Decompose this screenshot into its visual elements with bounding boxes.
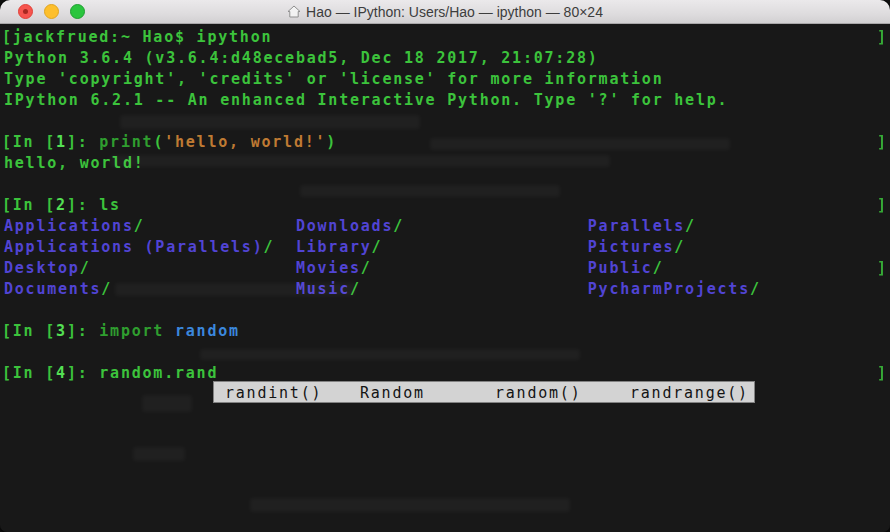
terminal-text <box>274 238 296 256</box>
terminal-text: ls <box>99 196 121 214</box>
close-button[interactable] <box>18 4 33 19</box>
terminal-text: jackfrued:~ Hao$ ipython <box>13 28 272 46</box>
terminal-text: Movies <box>296 259 361 277</box>
zoom-button[interactable] <box>70 4 85 19</box>
terminal-line <box>4 342 890 363</box>
terminal-line: hello, world! <box>4 153 890 174</box>
terminal-text: 2 <box>56 196 67 214</box>
terminal-screen[interactable]: [jackfrued:~ Hao$ ipythonPython 3.6.4 (v… <box>0 24 890 532</box>
terminal-text <box>361 280 588 298</box>
terminal-text: ) <box>326 133 337 151</box>
terminal-text: Python 3.6.4 (v3.6.4:d48ecebad5, Dec 18 … <box>4 49 599 67</box>
terminal-text: / <box>653 259 664 277</box>
completion-item[interactable]: Random <box>349 382 484 402</box>
terminal-text: / <box>80 259 91 277</box>
window-title: Hao — IPython: Users/Hao — ipython — 80×… <box>306 4 603 20</box>
edge-bracket-mark: ] <box>877 258 890 279</box>
terminal-line: IPython 6.2.1 -- An enhanced Interactive… <box>4 90 890 111</box>
titlebar[interactable]: Hao — IPython: Users/Hao — ipython — 80×… <box>0 0 890 24</box>
terminal-line: [jackfrued:~ Hao$ ipython <box>4 27 890 48</box>
terminal-text: / <box>372 238 383 256</box>
terminal-text: [ <box>2 27 13 48</box>
terminal-text: / <box>134 217 145 235</box>
edge-bracket-mark: ] <box>877 132 890 153</box>
terminal-text: 1 <box>56 133 67 151</box>
terminal-line: Documents/ Music/ PycharmProjects/ <box>4 279 890 300</box>
title-group: Hao — IPython: Users/Hao — ipython — 80×… <box>287 4 603 20</box>
terminal-text: [ <box>2 321 13 342</box>
terminal-text: PycharmProjects <box>588 280 750 298</box>
terminal-text <box>91 259 296 277</box>
terminal-text: IPython 6.2.1 -- An enhanced Interactive… <box>4 91 728 109</box>
terminal-line <box>4 300 890 321</box>
terminal-text <box>382 238 587 256</box>
terminal-text: Music <box>296 280 350 298</box>
terminal-text: In [ <box>13 133 56 151</box>
terminal-text: Public <box>588 259 653 277</box>
terminal-text: ]: <box>67 196 99 214</box>
ghost-artifact <box>133 447 185 461</box>
terminal-text <box>112 280 296 298</box>
terminal-text: / <box>393 217 404 235</box>
edge-bracket-mark: ] <box>877 363 890 384</box>
unsaved-dot-icon <box>23 9 28 14</box>
terminal-text <box>145 217 296 235</box>
terminal-text: / <box>350 280 361 298</box>
terminal-text: 'hello, world!' <box>164 133 326 151</box>
terminal-text: Parallels <box>588 217 685 235</box>
terminal-line: Applications (Parallels)/ Library/ Pictu… <box>4 237 890 258</box>
terminal-line: Type 'copyright', 'credits' or 'license'… <box>4 69 890 90</box>
terminal-text: [ <box>2 195 13 216</box>
terminal-text: Applications (Parallels) <box>4 238 263 256</box>
terminal-text: random <box>175 322 240 340</box>
terminal-text: In [ <box>13 364 56 382</box>
minimize-button[interactable] <box>44 4 59 19</box>
completion-item[interactable]: randint() <box>214 382 349 402</box>
terminal-text: / <box>685 217 696 235</box>
edge-bracket-mark: ] <box>877 27 890 48</box>
terminal-text: Library <box>296 238 372 256</box>
terminal-text: Type 'copyright', 'credits' or 'license'… <box>4 70 663 88</box>
terminal-text <box>404 217 588 235</box>
terminal-text: / <box>750 280 761 298</box>
terminal-text: / <box>101 280 112 298</box>
ghost-artifact <box>142 395 192 412</box>
home-folder-icon <box>287 5 301 18</box>
terminal-text: / <box>263 238 274 256</box>
terminal-text: 4 <box>56 364 67 382</box>
completion-popup[interactable]: randint()Randomrandom()randrange() <box>213 381 755 403</box>
terminal-text: In [ <box>13 196 56 214</box>
completion-item[interactable]: randrange() <box>619 382 754 402</box>
terminal-line: Python 3.6.4 (v3.6.4:d48ecebad5, Dec 18 … <box>4 48 890 69</box>
terminal-text: Applications <box>4 217 134 235</box>
terminal-text <box>372 259 588 277</box>
terminal-line: [In [1]: print('hello, world!') <box>4 132 890 153</box>
terminal-text: Desktop <box>4 259 80 277</box>
ghost-artifact <box>250 498 570 512</box>
terminal-line: Applications/ Downloads/ Parallels/ <box>4 216 890 237</box>
terminal-text: Downloads <box>296 217 393 235</box>
terminal-text: Pictures <box>588 238 675 256</box>
terminal-line <box>4 111 890 132</box>
terminal-text: ]: <box>67 322 99 340</box>
terminal-line: [In [3]: import random <box>4 321 890 342</box>
terminal-output: [jackfrued:~ Hao$ ipythonPython 3.6.4 (v… <box>4 27 890 384</box>
edge-bracket-mark: ] <box>877 195 890 216</box>
terminal-window: Hao — IPython: Users/Hao — ipython — 80×… <box>0 0 890 532</box>
completion-item[interactable]: random() <box>484 382 619 402</box>
terminal-text: [ <box>2 363 13 384</box>
terminal-text: random.rand <box>99 364 218 382</box>
terminal-text: 3 <box>56 322 67 340</box>
terminal-text: import <box>99 322 175 340</box>
terminal-text: ]: <box>67 133 99 151</box>
terminal-text: [ <box>2 132 13 153</box>
terminal-text: hello, world! <box>4 154 145 172</box>
terminal-text: Documents <box>4 280 101 298</box>
terminal-text: In [ <box>13 322 56 340</box>
terminal-text: print <box>99 133 153 151</box>
terminal-text: / <box>674 238 685 256</box>
window-controls <box>18 0 85 23</box>
terminal-line: Desktop/ Movies/ Public/ <box>4 258 890 279</box>
terminal-line <box>4 174 890 195</box>
terminal-text: / <box>361 259 372 277</box>
